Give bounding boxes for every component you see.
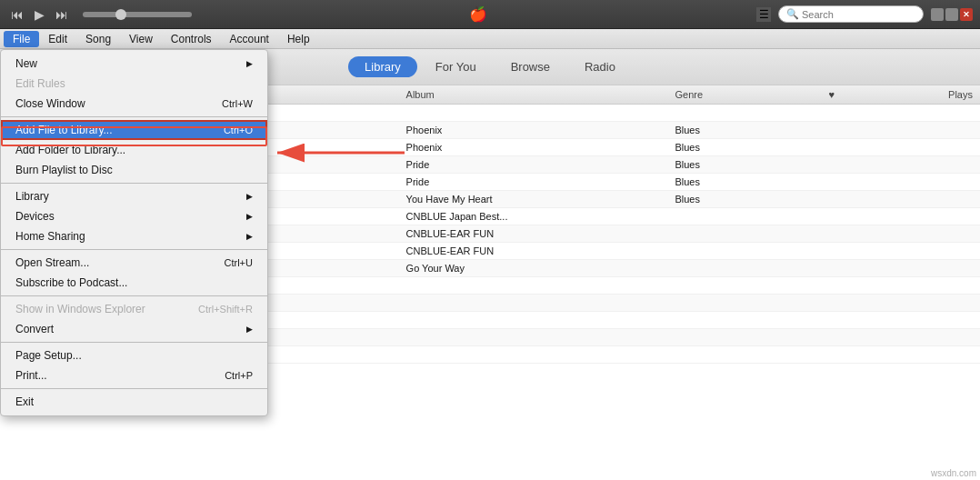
progress-knob[interactable] [115,9,126,20]
cell-album [399,312,668,329]
cell-album: Phoenix [399,139,668,156]
menu-close-window[interactable]: Close Window Ctrl+W [1,94,267,114]
menu-view[interactable]: View [120,31,162,47]
cell-heart2 [822,295,865,312]
cell-heart2 [822,329,865,346]
cell-plays [865,312,980,329]
separator-4 [1,295,267,296]
cell-album: CNBLUE Japan Best... [399,208,668,225]
tab-for-you[interactable]: For You [419,56,493,77]
cell-heart2 [822,105,865,122]
search-bar[interactable]: 🔍 [778,5,924,23]
cell-heart2 [822,346,865,364]
cell-plays [865,295,980,312]
cell-heart2 [822,312,865,329]
cell-plays [865,139,980,156]
tab-library[interactable]: Library [348,56,417,77]
rewind-button[interactable]: ⏮ [7,7,27,22]
cell-heart2 [822,191,865,208]
cell-genre [667,346,821,364]
cell-heart2 [822,174,865,191]
apple-logo-icon: 🍎 [469,5,487,23]
cell-heart2 [822,243,865,260]
separator-5 [1,342,267,343]
cell-album [399,346,668,364]
menu-print[interactable]: Print... Ctrl+P [1,365,267,385]
cell-plays [865,174,980,191]
submenu-arrow-home-icon: ▶ [246,232,253,241]
cell-genre [667,312,821,329]
progress-bar[interactable] [83,12,192,17]
cell-album: Go Your Way [399,260,668,277]
tab-browse[interactable]: Browse [495,56,566,77]
menu-subscribe-podcast[interactable]: Subscribe to Podcast... [1,273,267,293]
play-button[interactable]: ▶ [31,7,48,22]
watermark: wsxdn.com [931,468,976,478]
menu-add-file[interactable]: Add File to Library... Ctrl+O [1,120,267,140]
minimize-button[interactable]: _ [931,8,944,21]
cell-genre [667,243,821,260]
cell-heart2 [822,139,865,156]
search-input[interactable] [802,9,911,20]
cell-heart2 [822,277,865,295]
fast-forward-button[interactable]: ⏭ [52,7,72,22]
menu-new[interactable]: New ▶ [1,54,267,74]
separator-3 [1,249,267,250]
cell-genre: Blues [667,122,821,139]
menu-exit[interactable]: Exit [1,392,267,412]
cell-plays [865,191,980,208]
menu-devices[interactable]: Devices ▶ [1,206,267,226]
close-button[interactable]: ✕ [960,8,973,21]
menu-file[interactable]: File [4,31,39,47]
col-heart2[interactable]: ♥ [822,85,865,105]
cell-plays [865,346,980,364]
cell-genre: Blues [667,156,821,174]
cell-album [399,295,668,312]
menu-open-stream[interactable]: Open Stream... Ctrl+U [1,253,267,273]
cell-album [399,329,668,346]
maximize-button[interactable]: □ [945,8,958,21]
menu-help[interactable]: Help [278,31,319,47]
col-genre[interactable]: Genre [667,85,821,105]
cell-heart2 [822,225,865,243]
menu-convert[interactable]: Convert ▶ [1,319,267,339]
separator-2 [1,183,267,184]
cell-genre: Blues [667,174,821,191]
submenu-arrow-convert-icon: ▶ [246,325,253,334]
cell-plays [865,225,980,243]
tab-radio[interactable]: Radio [568,56,632,77]
cell-genre [667,225,821,243]
menu-burn-playlist[interactable]: Burn Playlist to Disc [1,160,267,180]
cell-plays [865,277,980,295]
menu-edit[interactable]: Edit [39,31,76,47]
menu-edit-rules: Edit Rules [1,74,267,94]
playback-controls: ⏮ ▶ ⏭ [7,7,199,22]
separator-6 [1,388,267,389]
submenu-arrow-devices-icon: ▶ [246,212,253,221]
search-icon: 🔍 [786,8,799,20]
cell-plays [865,122,980,139]
col-plays[interactable]: Plays [865,85,980,105]
cell-album: CNBLUE-EAR FUN [399,243,668,260]
cell-genre [667,329,821,346]
submenu-arrow-icon: ▶ [246,59,253,68]
cell-heart2 [822,208,865,225]
cell-genre: Blues [667,191,821,208]
col-album[interactable]: Album [399,85,668,105]
cell-heart2 [822,122,865,139]
list-view-button[interactable]: ☰ [756,7,771,22]
menu-library[interactable]: Library ▶ [1,186,267,206]
cell-genre [667,277,821,295]
cell-plays [865,243,980,260]
cell-genre [667,295,821,312]
separator-1 [1,116,267,117]
menu-account[interactable]: Account [221,31,278,47]
menu-home-sharing[interactable]: Home Sharing ▶ [1,226,267,246]
cell-heart2 [822,156,865,174]
menu-song[interactable]: Song [76,31,120,47]
menu-add-folder[interactable]: Add Folder to Library... [1,140,267,160]
menu-page-setup[interactable]: Page Setup... [1,345,267,365]
menu-controls[interactable]: Controls [162,31,221,47]
cell-heart2 [822,260,865,277]
cell-plays [865,329,980,346]
